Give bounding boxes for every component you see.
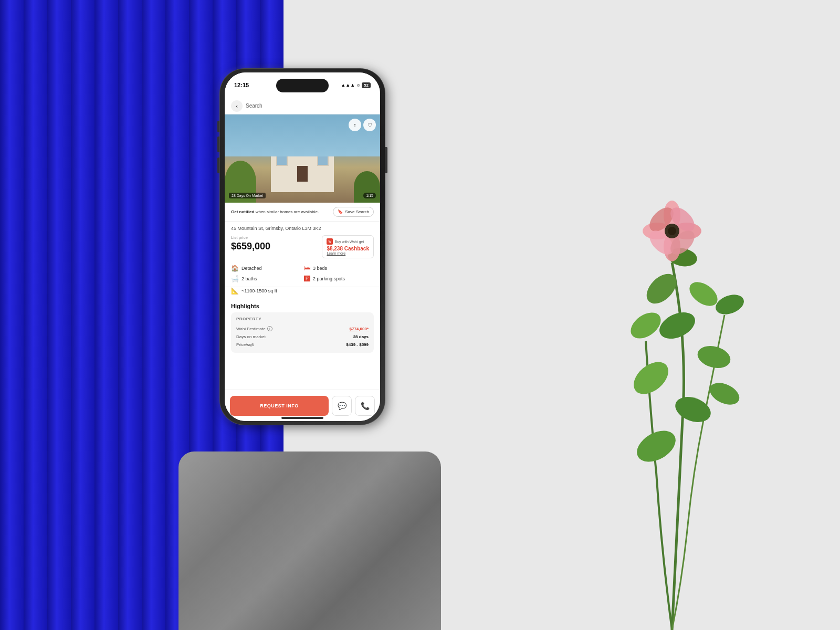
signal-icon: ▲▲▲ [341,82,355,88]
feature-sqft-label: ~1100-1500 sq ft [242,288,277,293]
nav-bar: ‹ Search [225,98,380,114]
status-icons: ▲▲▲ ⌾ 52 [341,82,371,88]
slat-2 [24,0,47,630]
property-image: ↑ ♡ 28 Days On Market 1/15 [225,114,380,203]
house-door [297,166,308,182]
slat-1 [0,0,24,630]
cashback-label-text: Buy with Wahi get [334,240,364,244]
days-market-label: Days on market [236,334,266,339]
wahi-bestimate-value: $774,000* [350,327,369,331]
chat-button[interactable]: 💬 [332,396,352,416]
notify-bar: Get notified when similar homes are avai… [225,203,380,222]
price-sqft-value: $439 - $599 [346,342,369,347]
wifi-icon: ⌾ [357,82,360,88]
notify-text: Get notified when similar homes are avai… [231,209,319,215]
price-value: $659,000 [231,241,270,252]
status-time: 12:15 [234,82,249,88]
property-section-title: PROPERTY [236,317,369,321]
share-button[interactable]: ↑ [349,119,361,131]
request-info-label: REQUEST INFO [260,403,299,408]
favorite-button[interactable]: ♡ [363,119,376,131]
wahi-bestimate-text: Wahi Bestimate [236,327,266,331]
bottom-spacer [225,357,380,368]
info-icon[interactable]: i [267,326,272,331]
wahi-label: W Buy with Wahi get [327,238,369,245]
baths-icon: 🛁 [231,275,239,282]
bookmark-icon: 🔖 [338,209,343,214]
property-address: 45 Mountain St, Grimsby, Ontario L3M 3K2 [225,222,380,233]
dynamic-island [276,79,329,92]
save-search-label: Save Search [345,209,369,214]
cashback-box: W Buy with Wahi get $8,238 Cashback Lear… [322,235,374,258]
power-button [385,147,387,173]
notify-suffix: when similar homes are available. [254,209,319,214]
svg-point-10 [713,291,747,318]
price-label: List price [231,235,270,240]
feature-detached: 🏠 Detached [231,265,301,272]
home-indicator [281,417,323,419]
svg-point-4 [655,307,699,344]
phone-button[interactable]: 📞 [355,396,375,416]
chat-icon: 💬 [338,402,346,410]
highlights-title: Highlights [225,299,380,312]
battery-badge: 52 [362,82,371,88]
slat-4 [71,0,94,630]
feature-parking-label: 2 parking spots [313,276,345,281]
feature-parking: 🅿 2 parking spots [304,275,374,282]
phone-screen: 12:15 ▲▲▲ ⌾ 52 ‹ Search [225,72,380,421]
cashback-amount: $8,238 Cashback [327,246,369,251]
prop-row-days: Days on market 28 days [236,333,369,341]
svg-point-0 [632,424,681,468]
phone-icon: 📞 [361,402,370,410]
mute-button [217,121,219,132]
feature-sqft: 📐 ~1100-1500 sq ft [225,287,380,299]
nav-title: Search [246,103,262,109]
price-section: List price $659,000 W Buy with Wahi get … [225,233,380,262]
svg-point-8 [626,307,665,343]
feature-baths: 🛁 2 baths [231,275,301,282]
image-actions: ↑ ♡ [349,119,376,131]
back-button[interactable]: ‹ [231,100,243,112]
volume-up-button [217,136,219,152]
features-grid: 🏠 Detached 🛏 3 beds 🛁 2 baths 🅿 2 parkin… [225,262,380,287]
wahi-bestimate-label: Wahi Bestimate i [236,326,272,331]
days-on-market-badge: 28 Days On Market [229,193,266,198]
request-info-button[interactable]: REQUEST INFO [230,396,329,416]
price-sqft-label: Price/sqft [236,342,254,347]
volume-down-button [217,158,219,173]
bottom-action-bar: REQUEST INFO 💬 📞 [225,390,380,421]
notify-strong: Get notified [231,209,254,214]
svg-point-9 [706,379,743,409]
feature-baths-label: 2 baths [242,276,257,281]
plant-decoration [567,158,777,630]
parking-icon: 🅿 [304,275,310,282]
pedestal [178,452,441,630]
detached-icon: 🏠 [231,265,239,272]
feature-beds: 🛏 3 beds [304,265,374,272]
slat-7 [142,0,165,630]
feature-detached-label: Detached [242,266,262,271]
svg-point-21 [668,227,676,235]
content-area[interactable]: Get notified when similar homes are avai… [225,203,380,390]
learn-more-link[interactable]: Learn more [327,251,369,255]
photo-counter: 1/15 [363,193,376,198]
property-card: PROPERTY Wahi Bestimate i $774,000* Days… [231,312,374,353]
beds-icon: 🛏 [304,265,310,272]
slat-5 [94,0,118,630]
sqft-icon: 📐 [231,287,239,295]
house-body [271,155,334,192]
price-block: List price $659,000 [231,235,270,252]
svg-point-3 [695,342,733,371]
save-search-button[interactable]: 🔖 Save Search [333,207,374,217]
slat-6 [118,0,142,630]
svg-point-2 [627,355,674,401]
slat-3 [47,0,71,630]
phone-device: 12:15 ▲▲▲ ⌾ 52 ‹ Search [219,68,385,425]
prop-row-wahi-bestimate: Wahi Bestimate i $774,000* [236,324,369,333]
feature-beds-label: 3 beds [313,266,327,271]
prop-row-price-sqft: Price/sqft $439 - $599 [236,341,369,349]
days-market-value: 28 days [353,334,369,339]
wahi-logo: W [327,238,333,245]
